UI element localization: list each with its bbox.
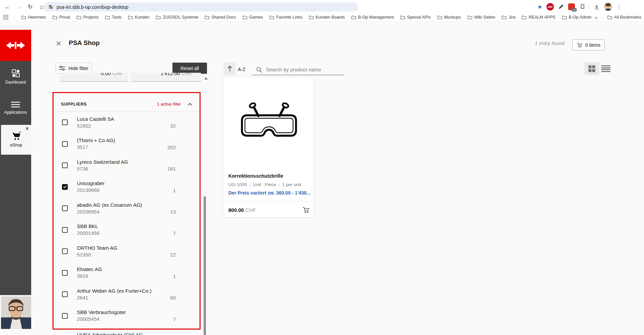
supplier-row[interactable]: SBB Verbrauchsgüter 20005454 7 — [54, 305, 200, 327]
product-price-note[interactable]: Der Preis variiert zw. 360.00 - 1'430...… — [228, 190, 310, 196]
bookmark-item[interactable]: Games — [243, 15, 263, 20]
bookmark-label: Tools — [112, 15, 122, 20]
product-currency: CHF — [246, 207, 256, 213]
active-filter-badge: 1 active filter — [157, 102, 181, 107]
adblock-extension-icon[interactable]: ABP — [546, 3, 554, 10]
product-card[interactable]: Korrektionsschutzbrille UG-1000|Unit : P… — [223, 77, 314, 218]
bookmark-star-icon[interactable]: ★ — [537, 3, 542, 10]
grid-view-button[interactable] — [584, 62, 599, 75]
price-max-input[interactable]: 1'412.00CHF — [131, 73, 201, 82]
supplier-row[interactable]: SBB BKL 20001456 7 — [54, 219, 200, 241]
sidebar-item-applications[interactable]: Applications — [0, 102, 31, 115]
folder-icon — [77, 15, 81, 19]
reset-all-button[interactable]: Reset all — [172, 63, 207, 74]
bookmark-item[interactable]: Kunden — [128, 15, 149, 20]
supplier-count: 22 — [170, 245, 176, 258]
filter-scrollbar-up-arrow[interactable] — [204, 77, 208, 80]
supplier-checkbox[interactable] — [62, 291, 68, 297]
bookmark-item[interactable]: ZUGSEIL Systeme — [156, 15, 198, 20]
supplier-checkbox[interactable] — [62, 119, 68, 125]
sidebar-item-eshop[interactable]: ✕ eShop — [1, 125, 31, 155]
bookmark-item[interactable]: B-Op Management — [351, 15, 394, 20]
supplier-checkbox[interactable] — [62, 248, 68, 254]
bookmark-item[interactable]: Kunden Boards — [309, 15, 345, 20]
list-view-button[interactable] — [601, 65, 610, 72]
filter-sliders-icon — [59, 66, 65, 71]
bookmark-label: Heimnetz — [28, 15, 46, 20]
all-bookmarks-button[interactable]: All Bookmarks — [607, 15, 641, 20]
bookmark-item[interactable]: Projects — [77, 15, 99, 20]
supplier-count: 7 — [173, 224, 176, 236]
folder-icon — [351, 15, 356, 19]
browser-menu-icon[interactable]: ⋮ — [616, 4, 622, 10]
supplier-row[interactable]: Elvatec AG 3918 1 — [54, 262, 200, 284]
bookmark-item[interactable]: Jira — [502, 15, 515, 20]
product-search-field[interactable] — [252, 64, 344, 75]
sidebar-user[interactable]: Rene — [0, 295, 31, 335]
extension-icon-with-badge[interactable]: 15 — [568, 3, 575, 10]
suppliers-header[interactable]: SUPPLIERS 1 active filter — [54, 93, 200, 107]
apps-grid-icon[interactable] — [3, 15, 8, 20]
add-to-cart-icon[interactable] — [302, 206, 310, 213]
url-text[interactable]: psa-int.sbb.b-op.com/bop-desktop — [57, 4, 128, 10]
supplier-checkbox[interactable] — [62, 162, 68, 168]
bookmark-label: B-Op Admin — [569, 15, 591, 20]
tune-icon[interactable] — [48, 4, 53, 9]
folder-icon — [269, 15, 274, 19]
supplier-checkbox[interactable] — [62, 313, 68, 319]
supplier-code: 3517 — [77, 144, 115, 151]
eshop-close-icon[interactable]: ✕ — [25, 126, 29, 131]
bookmark-item[interactable]: Tools — [105, 15, 122, 20]
cart-items-button[interactable]: 0 items — [573, 39, 605, 50]
bookmarks-list: Heimnetz Privat Projects Tools Kunden ZU… — [21, 15, 595, 20]
screen: ← → ↻ ⌂ psa-int.sbb.b-op.com/bop-desktop… — [0, 0, 644, 335]
chevron-up-icon[interactable] — [188, 103, 192, 106]
bookmark-item[interactable]: Privat — [53, 15, 70, 20]
sidebar-item-dashboard[interactable]: Dashboard — [0, 69, 31, 85]
eyedropper-extension-icon[interactable] — [558, 4, 564, 10]
address-bar[interactable]: psa-int.sbb.b-op.com/bop-desktop — [43, 2, 358, 12]
supplier-row[interactable]: Unicograber 20139660 1 — [54, 176, 200, 198]
bookmark-item[interactable]: Heimnetz — [21, 15, 46, 20]
extensions-puzzle-icon[interactable] — [579, 4, 585, 10]
supplier-row[interactable]: (Thomi + Co AG) 3517 202 — [54, 133, 200, 155]
sort-az-label[interactable]: A-Z — [238, 67, 246, 72]
supplier-code: 51802 — [77, 122, 114, 129]
folder-icon — [21, 15, 26, 19]
close-shop-icon[interactable]: ✕ — [56, 40, 62, 47]
supplier-row[interactable]: Lyreco Switzerland AG 5736 181 — [54, 155, 200, 176]
supplier-row[interactable]: Arthur Weber AG (ex Furter+Co.) 2641 60 — [54, 284, 200, 305]
supplier-checkbox[interactable] — [62, 227, 68, 233]
browser-profile-avatar[interactable] — [604, 3, 612, 11]
supplier-checkbox[interactable] — [62, 184, 68, 190]
filter-scrollbar-thumb[interactable] — [204, 196, 206, 335]
folder-icon — [105, 15, 110, 19]
supplier-checkbox[interactable] — [62, 270, 68, 276]
sidebar-item-label: Applications — [4, 110, 27, 115]
bookmark-item[interactable]: Special APIs — [400, 15, 431, 20]
supplier-row[interactable]: Luca Castelli SA 51802 32 — [54, 112, 200, 133]
back-icon[interactable]: ← — [2, 2, 12, 12]
bookmark-item[interactable]: B-Op Admin — [562, 15, 591, 20]
supplier-code: 20139660 — [77, 187, 105, 194]
forward-icon[interactable]: → — [14, 2, 24, 12]
bookmark-item[interactable]: Favorite Links — [269, 15, 303, 20]
bookmark-label: Projects — [83, 15, 99, 20]
supplier-row[interactable]: abadis AG (ex Cosanum AG) 20106954 13 — [54, 198, 200, 219]
supplier-checkbox[interactable] — [62, 141, 68, 147]
search-input[interactable] — [266, 67, 337, 72]
bookmark-item[interactable]: REALM APPS — [522, 15, 555, 20]
supplier-row[interactable]: ORTHO Team AG 52350 22 — [54, 241, 200, 262]
bookmark-item[interactable]: Mockups — [437, 15, 461, 20]
bookmarks-overflow-chevron[interactable]: » — [595, 15, 598, 20]
bookmark-item[interactable]: Wiki Seiten — [468, 15, 496, 20]
hide-filter-button[interactable]: Hide filter — [55, 63, 92, 74]
price-min-input[interactable]: 0.00CHF — [60, 73, 128, 82]
grid-view-icon — [588, 65, 595, 72]
supplier-checkbox[interactable] — [62, 205, 68, 211]
sort-direction-button[interactable] — [224, 62, 236, 75]
bookmark-label: Jira — [508, 15, 515, 20]
reload-icon[interactable]: ↻ — [25, 2, 35, 12]
bookmark-item[interactable]: Shared Docs — [205, 15, 236, 20]
downloads-icon[interactable] — [594, 4, 600, 10]
